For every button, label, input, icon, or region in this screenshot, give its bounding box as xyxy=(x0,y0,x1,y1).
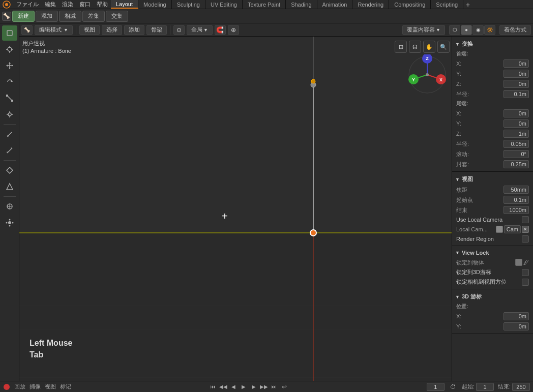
viewport[interactable]: 用户透视 (1) Armature : Bone ⊞ ☊ ✋ 🔍 Z X Y xyxy=(19,37,452,381)
view-header[interactable]: ▼ 视图 xyxy=(452,174,533,185)
playback-item[interactable]: 回放 xyxy=(14,383,25,390)
transform-tool[interactable] xyxy=(2,107,17,122)
orbit-icon[interactable]: ☊ xyxy=(409,41,421,53)
menu-file[interactable]: ファイル xyxy=(13,0,42,9)
select-box-tool[interactable] xyxy=(2,25,17,41)
envelope-field[interactable]: 0.25m xyxy=(504,160,529,168)
tab-layout[interactable]: Layout xyxy=(111,0,138,9)
local-cam-x-button[interactable]: ✕ xyxy=(522,226,529,233)
tab-texture-paint[interactable]: Texture Paint xyxy=(243,0,286,9)
start-frame-input[interactable] xyxy=(476,383,494,391)
tab-animation[interactable]: Animation xyxy=(317,0,353,9)
next-keyframe-button[interactable]: ▶▶ xyxy=(259,382,269,391)
annotate-tool[interactable] xyxy=(2,127,17,142)
grid-view-icon[interactable]: ⊞ xyxy=(395,41,407,53)
shading-style-btn[interactable]: 着色方式 xyxy=(499,25,531,35)
mode-icon-btn[interactable]: 🦴 xyxy=(2,12,11,21)
tool-subdivide[interactable] xyxy=(2,199,17,214)
mode-icon[interactable]: 🦴 xyxy=(21,25,33,35)
current-frame-input[interactable] xyxy=(427,383,445,391)
pan-icon[interactable]: ✋ xyxy=(423,41,435,53)
tab-scripting[interactable]: Scripting xyxy=(431,0,463,9)
transform-header[interactable]: ▼ 变换 xyxy=(452,39,533,49)
axis-gizmo[interactable]: Z X Y xyxy=(407,54,448,97)
capture-item[interactable]: 捕像 xyxy=(29,383,41,390)
overlay-btn[interactable]: 覆盖内容容 ▼ xyxy=(402,25,445,35)
menu-render[interactable]: 渲染 xyxy=(59,0,76,9)
tab-modeling[interactable]: Modeling xyxy=(138,0,172,9)
select-menu[interactable]: 选择 xyxy=(102,25,122,35)
cursor-3d-header[interactable]: ▼ 3D 游标 xyxy=(452,291,533,302)
solid-btn[interactable]: ● xyxy=(461,25,472,35)
tool-extrude2[interactable] xyxy=(2,179,17,194)
wireframe-btn[interactable]: ⬡ xyxy=(449,25,460,35)
marker-item[interactable]: 标记 xyxy=(60,383,71,390)
move-tool[interactable] xyxy=(2,58,17,73)
engine-icon-item[interactable] xyxy=(3,383,10,390)
local-cam-color-btn[interactable] xyxy=(496,226,503,233)
blender-logo-icon[interactable] xyxy=(2,0,11,9)
end-frame-input[interactable] xyxy=(512,383,530,391)
cursor-x-field[interactable]: 0m xyxy=(504,312,529,320)
tab-shading[interactable]: Shading xyxy=(286,0,317,9)
view-menu[interactable]: 视图 xyxy=(79,25,100,35)
focal-length-field[interactable]: 50mm xyxy=(504,186,529,194)
view-lock-header[interactable]: ▼ View Lock xyxy=(452,248,533,257)
tab-compositing[interactable]: Compositing xyxy=(389,0,431,9)
head-y-field[interactable]: 0m xyxy=(504,70,529,78)
local-cam-value[interactable]: Cam xyxy=(504,225,521,233)
rendered-btn[interactable]: 🔆 xyxy=(484,25,495,35)
tail-radius-field[interactable]: 0.05m xyxy=(504,140,529,148)
head-x-field[interactable]: 0m xyxy=(504,59,529,68)
armature-menu[interactable]: 骨架 xyxy=(146,25,167,35)
scale-tool[interactable] xyxy=(2,91,17,106)
subtract-button[interactable]: 相减 xyxy=(59,11,81,22)
render-region-checkbox[interactable] xyxy=(522,235,529,243)
tool-custom[interactable] xyxy=(2,215,17,230)
jump-to-start-button[interactable]: ⏮ xyxy=(209,382,218,391)
new-button[interactable]: 新建 xyxy=(12,11,35,22)
eyedropper-icon[interactable]: 🖊 xyxy=(523,259,529,265)
rotate-tool[interactable] xyxy=(2,74,17,89)
cursor-tool[interactable] xyxy=(2,42,17,57)
lock-camera-checkbox[interactable] xyxy=(522,279,529,286)
head-radius-field[interactable]: 0.1m xyxy=(504,90,529,98)
play-button[interactable]: ▶ xyxy=(239,382,248,391)
clip-end-field[interactable]: 1000m xyxy=(504,206,529,214)
tail-z-field[interactable]: 1m xyxy=(504,130,529,138)
add-button[interactable]: 添加 xyxy=(36,11,58,22)
intersect-button[interactable]: 交集 xyxy=(106,11,128,22)
loop-button[interactable]: ↩ xyxy=(280,382,289,391)
zoom-icon[interactable]: 🔍 xyxy=(437,41,450,53)
edit-mode-dropdown[interactable]: 编辑模式 ▼ xyxy=(35,25,73,35)
prev-keyframe-button[interactable]: ◀◀ xyxy=(219,382,228,391)
cursor-y-field[interactable]: 0m xyxy=(504,322,529,330)
cursor-icon[interactable]: ⊕ xyxy=(228,25,239,35)
head-z-field[interactable]: 0m xyxy=(504,80,529,88)
jump-to-end-button[interactable]: ⏭ xyxy=(270,382,279,391)
global-dropdown[interactable]: 全局 ▼ xyxy=(187,25,213,35)
view-item[interactable]: 视图 xyxy=(45,383,56,390)
clip-start-field[interactable]: 0.1m xyxy=(504,196,529,204)
tab-uv-editing[interactable]: UV Editing xyxy=(205,0,243,9)
tail-y-field[interactable]: 0m xyxy=(504,119,529,128)
tail-x-field[interactable]: 0m xyxy=(504,109,529,117)
lock-object-color-btn[interactable] xyxy=(515,259,522,266)
lock-to-cursor-checkbox[interactable] xyxy=(522,269,529,276)
tool-extrude[interactable] xyxy=(2,163,17,178)
add-menu[interactable]: 添加 xyxy=(124,25,144,35)
add-workspace-button[interactable]: + xyxy=(463,0,472,9)
proportional-edit-icon[interactable]: ⊙ xyxy=(173,25,185,35)
menu-edit[interactable]: 編集 xyxy=(42,0,59,9)
snap-icon[interactable]: 🧲 xyxy=(215,25,226,35)
tab-rendering[interactable]: Rendering xyxy=(352,0,389,9)
material-preview-btn[interactable]: ◉ xyxy=(472,25,484,35)
use-local-camera-checkbox[interactable] xyxy=(522,216,529,223)
roll-field[interactable]: 0° xyxy=(504,150,529,158)
menu-window[interactable]: 窗口 xyxy=(76,0,94,9)
difference-button[interactable]: 差集 xyxy=(82,11,105,22)
next-frame-button[interactable]: ▶ xyxy=(249,382,258,391)
measure-tool[interactable] xyxy=(2,143,17,158)
tab-sculpting[interactable]: Sculpting xyxy=(172,0,205,9)
menu-help[interactable]: 帮助 xyxy=(94,0,111,9)
